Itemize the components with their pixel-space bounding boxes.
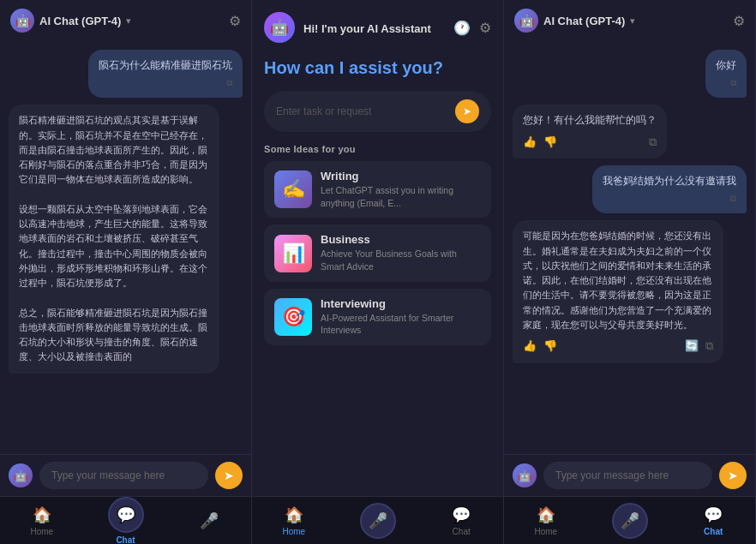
nav-chat-label: Chat [453,527,471,536]
header-icons: ⚙ [229,13,241,29]
thumbdown-icon[interactable]: 👎 [543,134,557,151]
interviewing-title: Interviewing [321,297,481,310]
panel2-big-title: How can I assist you? [252,51,503,91]
panel1-messages: 陨石为什么能精准砸进陨石坑 ⧉ 陨石精准砸进陨石坑的观点其实是基于误解的。实际上… [0,41,251,454]
send-icon: ➤ [728,469,738,482]
nav-home[interactable]: 🏠 Home [0,500,84,541]
message-user-1: 你好 ⧉ [705,50,747,98]
ideas-section: Some Ideas for you ✍️ Writing Let ChatGP… [252,144,503,496]
panel1-title: AI Chat (GPT-4) [39,15,121,27]
msg-actions-1: 👍 👎 ⧉ [523,134,657,151]
home-icon: 🏠 [537,505,555,524]
msg-actions-2: 👍 👎 🔄 ⧉ [523,338,713,355]
panel-chat-right: 🤖 AI Chat (GPT-4) ▾ ⚙ 你好 ⧉ 您好！有什么我能帮忙的吗？… [504,0,756,544]
nav-chat-active[interactable]: 💬 Chat [84,492,168,545]
panel1-header: 🤖 AI Chat (GPT-4) ▾ ⚙ [0,0,251,41]
panel3-input-bar: 🤖 ➤ [504,454,755,496]
nav-chat-label: Chat [116,535,135,545]
header-icons: ⚙ [733,13,745,29]
mic-icon: 🎤 [621,511,639,530]
business-title: Business [321,233,481,246]
idea-card-interviewing[interactable]: 🎯 Interviewing AI-Powered Assistant for … [264,289,491,345]
nav-mic[interactable]: 🎤 [167,506,251,535]
panel3-header: 🤖 AI Chat (GPT-4) ▾ ⚙ [504,0,755,41]
nav-home[interactable]: 🏠 Home [504,500,588,541]
message-assistant-2: 可能是因为在您爸妈结婚的时候，您还没有出生。婚礼通常是在夫妇成为夫妇之前的一个仪… [513,220,723,362]
send-icon: ➤ [224,469,234,482]
chat-icon: 💬 [704,505,723,524]
nav-mic-circle: 🎤 [612,503,648,539]
header-left: 🤖 AI Chat (GPT-4) ▾ [10,9,131,33]
chevron-down-icon[interactable]: ▾ [126,15,131,27]
panel1-nav: 🏠 Home 💬 Chat 🎤 [0,496,251,544]
copy-icon[interactable]: ⧉ [649,134,657,151]
panel1-message-input[interactable] [39,462,208,489]
panel1-send-button[interactable]: ➤ [215,462,243,489]
idea-card-business[interactable]: 📊 Business Achieve Your Business Goals w… [264,224,491,281]
thumbdown-icon[interactable]: 👎 [543,338,557,355]
interviewing-thumb: 🎯 [274,298,312,336]
panel2-header: 🤖 Hi! I'm your AI Assistant 🕐 ⚙ [252,0,503,51]
panel2-header-icons: 🕐 ⚙ [453,20,491,36]
clock-icon[interactable]: 🕐 [453,20,471,36]
copy-icon[interactable]: ⧉ [730,192,736,205]
send-icon: ➤ [463,105,471,117]
panel2-nav: 🏠 Home 🎤 💬 Chat [252,496,503,544]
assistant-logo: 🤖 [264,12,295,43]
chevron-down-icon[interactable]: ▾ [630,15,635,27]
nav-mic-center[interactable]: 🎤 [336,498,420,544]
nav-home-label: Home [534,527,557,536]
panel3-messages: 你好 ⧉ 您好！有什么我能帮忙的吗？ 👍 👎 ⧉ 我爸妈结婚为什么没有邀请我 ⧉… [504,41,755,454]
nav-mic-center[interactable]: 🎤 [588,498,672,544]
nav-home-label: Home [30,527,53,536]
writing-thumb: ✍️ [274,170,312,208]
avatar: 🤖 [10,9,34,33]
thumbup-icon[interactable]: 👍 [523,134,537,151]
nav-home-label: Home [282,527,305,536]
message-assistant-1: 您好！有什么我能帮忙的吗？ 👍 👎 ⧉ [513,105,667,158]
settings-icon[interactable]: ⚙ [229,13,241,29]
panel3-nav: 🏠 Home 🎤 💬 Chat [504,496,755,544]
message-user-1: 陨石为什么能精准砸进陨石坑 ⧉ [88,50,243,98]
mic-icon: 🎤 [369,511,387,530]
nav-active-circle: 💬 [108,497,144,533]
idea-card-writing[interactable]: ✍️ Writing Let ChatGPT assist you in wri… [264,161,491,218]
mic-icon: 🎤 [200,511,219,530]
writing-desc: Let ChatGPT assist you in writing anythi… [321,184,481,209]
message-user-2: 我爸妈结婚为什么没有邀请我 ⧉ [592,165,747,213]
panel3-message-input[interactable] [543,462,712,489]
settings-icon[interactable]: ⚙ [479,20,491,36]
nav-chat[interactable]: 💬 Chat [419,500,503,541]
business-desc: Achieve Your Business Goals with Smart A… [321,248,481,272]
nav-mic-circle: 🎤 [360,503,396,539]
panel-chat-left: 🤖 AI Chat (GPT-4) ▾ ⚙ 陨石为什么能精准砸进陨石坑 ⧉ 陨石… [0,0,252,544]
copy-icon[interactable]: ⧉ [705,338,713,355]
chat-icon: 💬 [117,505,135,524]
copy-icon[interactable]: ⧉ [730,76,736,89]
nav-home-active[interactable]: 🏠 Home [252,500,336,541]
panel3-send-button[interactable]: ➤ [719,462,747,489]
panel-assistant-home: 🤖 Hi! I'm your AI Assistant 🕐 ⚙ How can … [252,0,504,544]
panel2-input-bar: ➤ [264,91,491,132]
writing-title: Writing [321,170,481,182]
chat-icon: 💬 [452,505,471,524]
panel2-greeting: Hi! I'm your AI Assistant [303,22,431,35]
thumbup-icon[interactable]: 👍 [523,338,537,355]
nav-chat-active[interactable]: 💬 Chat [671,500,755,541]
panel2-task-input[interactable] [276,105,447,117]
refresh-icon[interactable]: 🔄 [685,338,699,355]
input-avatar: 🤖 [513,463,537,487]
ideas-title: Some Ideas for you [264,144,491,154]
message-assistant-1: 陨石精准砸进陨石坑的观点其实是基于误解的。实际上，陨石坑并不是在空中已经存在，而… [9,105,219,373]
home-icon: 🏠 [285,505,303,524]
header-left: 🤖 AI Chat (GPT-4) ▾ [514,9,635,33]
settings-icon[interactable]: ⚙ [733,13,745,29]
panel2-send-button[interactable]: ➤ [455,99,479,123]
nav-chat-label: Chat [704,527,723,536]
business-thumb: 📊 [274,235,312,272]
input-avatar: 🤖 [9,463,33,487]
home-icon: 🏠 [33,505,51,524]
copy-icon[interactable]: ⧉ [226,76,232,89]
panel1-input-bar: 🤖 ➤ [0,454,251,496]
panel3-title: AI Chat (GPT-4) [543,15,625,27]
